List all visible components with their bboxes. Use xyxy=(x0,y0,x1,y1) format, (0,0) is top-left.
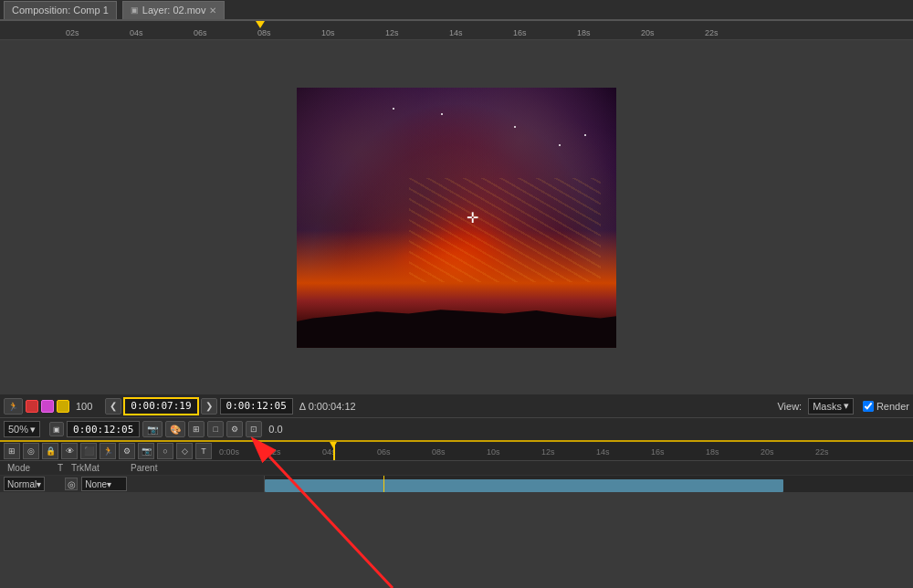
track-mark-20: 20s xyxy=(761,447,774,457)
mode-dropdown[interactable]: Normal ▾ xyxy=(4,477,45,491)
tl-hide-icon[interactable]: 👁 xyxy=(61,443,78,459)
light-rays xyxy=(409,178,601,282)
layer-bar xyxy=(265,479,783,492)
tab-layer[interactable]: ▣ Layer: 02.mov ✕ xyxy=(122,1,226,19)
track-mark-14: 14s xyxy=(596,447,610,457)
motion-icon: 🏃 xyxy=(8,402,18,411)
ruler-mark-10s: 10s xyxy=(321,28,335,37)
tl-text-icon[interactable]: T xyxy=(195,443,212,459)
zoom-dropdown[interactable]: 50% ▾ xyxy=(4,421,40,437)
ruler-mark-22s: 22s xyxy=(705,28,719,37)
playhead-marker[interactable] xyxy=(256,21,265,28)
time-display-end[interactable]: 0:00:12:05 xyxy=(220,398,293,415)
track-mark-10: 10s xyxy=(487,447,500,457)
col-mode-header: Mode xyxy=(4,463,54,473)
track-mark-0: 0:00s xyxy=(219,447,239,457)
color-wheel-btn[interactable]: 🎨 xyxy=(165,421,185,437)
tl-null-icon[interactable]: ○ xyxy=(157,443,173,459)
controls-bar-1: 🏃 100 ❮ 0:00:07:19 ❯ 0:00:12:05 Δ 0:00:0… xyxy=(0,394,913,418)
track-mark-16: 16s xyxy=(651,447,665,457)
aspect-ratio-icon[interactable]: ▣ xyxy=(49,422,64,436)
grid-btn[interactable]: ⊞ xyxy=(188,421,205,437)
layer-left-controls: Normal ▾ ◎ None ▾ xyxy=(0,476,265,492)
zero-label: 0.0 xyxy=(265,424,286,435)
zoom-arrow: ▾ xyxy=(30,424,36,436)
percent-label: 100 xyxy=(72,401,96,412)
current-time-value: 0:00:12:05 xyxy=(73,424,133,436)
video-preview: ✛ xyxy=(297,88,616,348)
comp1-tab-label: Composition: Comp 1 xyxy=(12,5,109,16)
ruler-mark-04s: 04s xyxy=(130,28,143,37)
track-mark-06: 06s xyxy=(377,447,391,457)
ruler-mark-06s: 06s xyxy=(194,28,207,37)
layer-tab-label: Layer: 02.mov xyxy=(142,5,206,16)
color-btn1[interactable] xyxy=(26,400,38,413)
view-dropdown-arrow: ▾ xyxy=(844,400,849,412)
time-display-start[interactable]: 0:00:07:19 xyxy=(124,398,197,415)
time-bracket-start-icon[interactable]: ❮ xyxy=(105,398,121,415)
delta-time-label: Δ 0:00:04:12 xyxy=(296,401,360,412)
tab-close-icon[interactable]: ✕ xyxy=(209,5,216,16)
t-checkbox[interactable] xyxy=(48,478,61,490)
ruler-mark-18s: 18s xyxy=(577,28,591,37)
tl-split-icon[interactable]: ⊞ xyxy=(4,443,20,459)
time-end-value: 0:00:12:05 xyxy=(226,400,287,412)
tab-comp1[interactable]: Composition: Comp 1 xyxy=(4,1,117,19)
col-parent-header: Parent xyxy=(127,463,209,473)
render-checkbox[interactable] xyxy=(863,401,874,412)
timeline-toolbar: ⊞ ◎ 🔒 👁 ⬛ 🏃 ⚙ 📷 ○ ◇ T 0:00s 02s 04s 06s … xyxy=(0,442,913,461)
tl-adjust-icon[interactable]: ⚙ xyxy=(119,443,135,459)
ruler-mark-20s: 20s xyxy=(641,28,655,37)
parent-dropdown[interactable]: None ▾ xyxy=(81,477,127,491)
view-dropdown[interactable]: Masks ▾ xyxy=(808,398,854,415)
view-label: View: xyxy=(773,401,805,412)
track-mark-18: 18s xyxy=(706,447,719,457)
ruler-mark-08s: 08s xyxy=(257,28,271,37)
tab-bar: Composition: Comp 1 ▣ Layer: 02.mov ✕ xyxy=(0,0,913,20)
tl-lock-icon[interactable]: 🔒 xyxy=(42,443,58,459)
tl-solo-icon[interactable]: ◎ xyxy=(23,443,39,459)
layer-timeline-area xyxy=(265,476,913,492)
render-checkbox-container: Render xyxy=(863,401,909,412)
trkmat-eye-icon[interactable]: ◎ xyxy=(65,478,78,490)
ruler-mark-12s: 12s xyxy=(385,28,399,37)
tl-motion-icon[interactable]: 🏃 xyxy=(100,443,116,459)
tl-shape-icon[interactable]: ◇ xyxy=(176,443,193,459)
layer-row: Normal ▾ ◎ None ▾ xyxy=(0,476,913,492)
layer-icon: ▣ xyxy=(131,5,139,15)
sky-background: ✛ xyxy=(297,88,616,348)
col-trkmat-header: TrkMat xyxy=(68,463,127,473)
mask-btn[interactable]: ⊡ xyxy=(246,421,262,437)
eye-symbol: ◎ xyxy=(68,479,76,489)
current-time-line xyxy=(383,476,384,492)
star3 xyxy=(441,113,443,115)
controls-bar-2: 50% ▾ ▣ 0:00:12:05 📷 🎨 ⊞ □ ⚙ ⊡ 0.0 xyxy=(0,418,913,442)
color-btn2[interactable] xyxy=(41,400,54,413)
time-bracket-end-icon[interactable]: ❯ xyxy=(201,398,217,415)
camera-icon-btn[interactable]: 📷 xyxy=(142,421,163,437)
track-mark-12: 12s xyxy=(541,447,555,457)
parent-arrow: ▾ xyxy=(107,479,111,489)
timeline-panel: ⊞ ◎ 🔒 👁 ⬛ 🏃 ⚙ 📷 ○ ◇ T 0:00s 02s 04s 06s … xyxy=(0,442,913,492)
motion-icon-btn[interactable]: 🏃 xyxy=(4,398,23,415)
current-time-display[interactable]: 0:00:12:05 xyxy=(67,421,140,437)
ruler-mark-14s: 14s xyxy=(449,28,463,37)
parent-value: None xyxy=(85,479,107,489)
render-label: Render xyxy=(876,401,909,412)
star4 xyxy=(584,134,586,136)
color-btn3[interactable] xyxy=(57,400,69,413)
track-mark-08: 08s xyxy=(432,447,446,457)
mode-value: Normal xyxy=(7,479,37,489)
tl-frame-icon[interactable]: ⬛ xyxy=(80,443,97,459)
ruler-mark-16s: 16s xyxy=(513,28,527,37)
tl-camera-icon[interactable]: 📷 xyxy=(138,443,154,459)
video-canvas: ✛ xyxy=(297,88,616,348)
track-mark-02: 02s xyxy=(268,447,281,457)
settings-btn[interactable]: ⚙ xyxy=(226,421,243,437)
crosshair-icon: ✛ xyxy=(467,209,478,226)
track-mark-22: 22s xyxy=(815,447,829,457)
magnify-btn[interactable]: □ xyxy=(207,421,224,437)
viewer-area: ✛ xyxy=(0,40,913,394)
top-timeline-ruler: 02s 04s 06s 08s 10s 12s 14s 16s 18s 20s … xyxy=(0,20,913,40)
zoom-value: 50% xyxy=(8,424,28,435)
